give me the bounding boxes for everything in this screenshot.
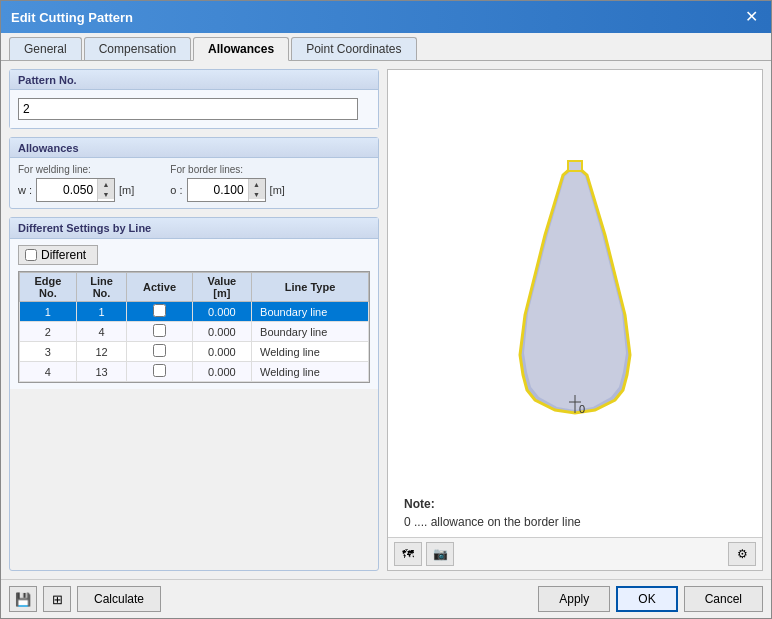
cell-active[interactable] (127, 302, 192, 322)
cell-edge-no: 4 (20, 362, 77, 382)
calculate-button[interactable]: Calculate (77, 586, 161, 612)
w-down-button[interactable]: ▼ (98, 189, 114, 199)
col-line-no: LineNo. (76, 273, 127, 302)
cell-value: 0.000 (192, 322, 251, 342)
cell-edge-no: 3 (20, 342, 77, 362)
apply-button[interactable]: Apply (538, 586, 610, 612)
shape-canvas: 0 (388, 70, 762, 489)
content-area: Pattern No. Allowances For welding line:… (1, 61, 771, 579)
cutting-pattern-svg: 0 (475, 155, 675, 415)
cell-value: 0.000 (192, 362, 251, 382)
different-settings-label: Different Settings by Line (10, 218, 378, 239)
cell-line-type: Boundary line (252, 322, 369, 342)
open-button[interactable]: 💾 (9, 586, 37, 612)
dialog: Edit Cutting Pattern ✕ General Compensat… (0, 0, 772, 619)
tab-compensation[interactable]: Compensation (84, 37, 191, 60)
border-line-label: For border lines: (170, 164, 285, 175)
dialog-title: Edit Cutting Pattern (11, 10, 133, 25)
cell-edge-no: 2 (20, 322, 77, 342)
col-value: Value[m] (192, 273, 251, 302)
cell-active[interactable] (127, 342, 192, 362)
cell-line-no: 12 (76, 342, 127, 362)
right-panel: 0 Note: 0 .... allowance on the border l… (387, 69, 763, 571)
different-label: Different (41, 248, 86, 262)
grid-button[interactable]: ⊞ (43, 586, 71, 612)
bottom-right: Apply OK Cancel (538, 586, 763, 612)
col-line-type: Line Type (252, 273, 369, 302)
o-down-button[interactable]: ▼ (249, 189, 265, 199)
o-label: o : (170, 184, 182, 196)
cell-line-type: Welding line (252, 362, 369, 382)
col-edge-no: EdgeNo. (20, 273, 77, 302)
cell-edge-no: 1 (20, 302, 77, 322)
different-settings-section: Different Settings by Line Different Edg… (9, 217, 379, 571)
pattern-no-section: Pattern No. (9, 69, 379, 129)
pattern-no-input[interactable] (18, 98, 358, 120)
w-up-button[interactable]: ▲ (98, 179, 114, 189)
table-row[interactable]: 1 1 0.000 Boundary line (20, 302, 369, 322)
origin-label: 0 (579, 403, 585, 415)
inner-shape (524, 167, 626, 410)
map-view-button[interactable]: 🗺 (394, 542, 422, 566)
different-checkbox-row[interactable]: Different (18, 245, 98, 265)
title-bar: Edit Cutting Pattern ✕ (1, 1, 771, 33)
table-row[interactable]: 4 13 0.000 Welding line (20, 362, 369, 382)
allowances-section-label: Allowances (10, 138, 378, 158)
tab-point-coordinates[interactable]: Point Coordinates (291, 37, 416, 60)
o-unit: [m] (270, 184, 285, 196)
col-active: Active (127, 273, 192, 302)
tab-bar: General Compensation Allowances Point Co… (1, 33, 771, 61)
note-text: 0 .... allowance on the border line (404, 515, 581, 529)
w-spinbox: ▲ ▼ (36, 178, 115, 202)
close-button[interactable]: ✕ (741, 7, 761, 27)
ok-button[interactable]: OK (616, 586, 677, 612)
tab-allowances[interactable]: Allowances (193, 37, 289, 61)
note-title: Note: (404, 497, 581, 511)
cell-line-no: 1 (76, 302, 127, 322)
different-checkbox[interactable] (25, 249, 37, 261)
w-unit: [m] (119, 184, 134, 196)
w-label: w : (18, 184, 32, 196)
cell-active[interactable] (127, 322, 192, 342)
o-up-button[interactable]: ▲ (249, 179, 265, 189)
cell-line-no: 4 (76, 322, 127, 342)
settings-table-container: EdgeNo. LineNo. Active Value[m] Line Typ… (18, 271, 370, 383)
cell-value: 0.000 (192, 342, 251, 362)
settings-button[interactable]: ⚙ (728, 542, 756, 566)
note-area: Note: 0 .... allowance on the border lin… (388, 489, 597, 537)
settings-table: EdgeNo. LineNo. Active Value[m] Line Typ… (19, 272, 369, 382)
camera-button[interactable]: 📷 (426, 542, 454, 566)
o-input[interactable] (188, 179, 248, 201)
welding-line-label: For welding line: (18, 164, 134, 175)
top-indicator (568, 161, 582, 171)
table-row[interactable]: 3 12 0.000 Welding line (20, 342, 369, 362)
tab-general[interactable]: General (9, 37, 82, 60)
allowances-section: Allowances For welding line: w : ▲ ▼ (9, 137, 379, 209)
cell-value: 0.000 (192, 302, 251, 322)
o-spinbox: ▲ ▼ (187, 178, 266, 202)
cancel-button[interactable]: Cancel (684, 586, 763, 612)
bottom-toolbar: 💾 ⊞ Calculate Apply OK Cancel (1, 579, 771, 618)
right-panel-toolbar: 🗺 📷 ⚙ (388, 537, 762, 570)
table-header-row: EdgeNo. LineNo. Active Value[m] Line Typ… (20, 273, 369, 302)
bottom-left: 💾 ⊞ Calculate (9, 586, 161, 612)
left-panel: Pattern No. Allowances For welding line:… (9, 69, 379, 571)
cell-line-no: 13 (76, 362, 127, 382)
cell-line-type: Welding line (252, 342, 369, 362)
different-settings-body: Different EdgeNo. LineNo. Active Value[m… (10, 239, 378, 389)
table-row[interactable]: 2 4 0.000 Boundary line (20, 322, 369, 342)
pattern-no-label: Pattern No. (10, 70, 378, 90)
w-input[interactable] (37, 179, 97, 201)
cell-active[interactable] (127, 362, 192, 382)
cell-line-type: Boundary line (252, 302, 369, 322)
